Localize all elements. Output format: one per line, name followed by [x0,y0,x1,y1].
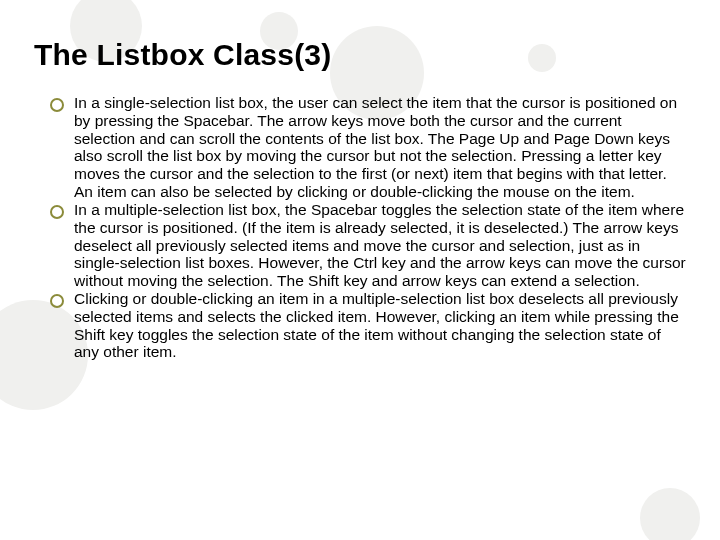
bullet-item: Clicking or double-clicking an item in a… [46,290,686,361]
bullet-item: In a single-selection list box, the user… [46,94,686,201]
bullet-item: In a multiple-selection list box, the Sp… [46,201,686,290]
bullet-list: In a single-selection list box, the user… [34,94,686,361]
slide-title: The Listbox Class(3) [34,38,686,72]
slide-content: The Listbox Class(3) In a single-selecti… [0,0,720,381]
decor-circle [640,488,700,540]
